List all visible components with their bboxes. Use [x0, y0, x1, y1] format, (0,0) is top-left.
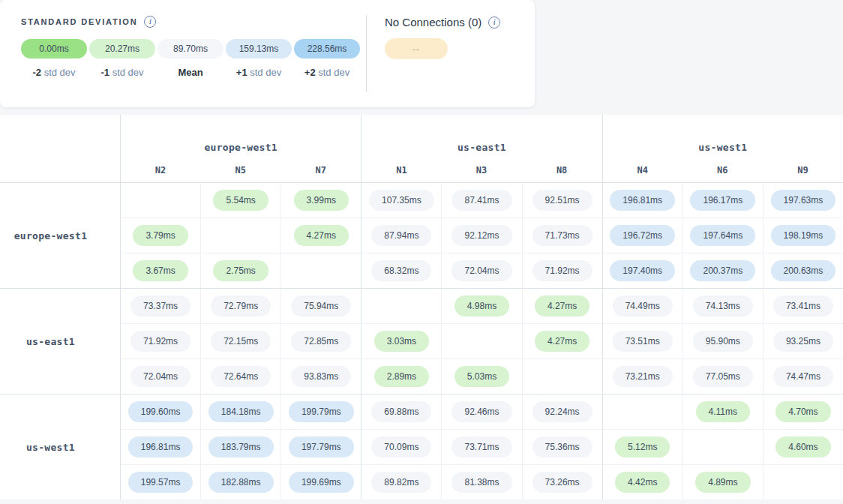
- latency-pill-N4-N7[interactable]: 199.79ms: [289, 401, 354, 422]
- cell-N2-N1: 107.35ms: [361, 182, 441, 218]
- cell-N6-N5: 183.79ms: [200, 429, 280, 464]
- latency-pill-N1-N4[interactable]: 74.49ms: [613, 296, 673, 316]
- latency-pill-N5-N6[interactable]: 197.64ms: [690, 225, 755, 246]
- latency-pill-N6-N3[interactable]: 73.71ms: [452, 436, 512, 458]
- cell-N7-N7: [280, 253, 361, 288]
- latency-pill-N8-N3[interactable]: 5.03ms: [454, 366, 509, 387]
- latency-pill-N3-N8[interactable]: 4.27ms: [535, 331, 590, 352]
- latency-pill-N7-N9[interactable]: 200.63ms: [771, 260, 836, 281]
- cell-N7-N1: 68.32ms: [361, 253, 441, 288]
- latency-pill-N8-N6[interactable]: 77.05ms: [693, 366, 753, 387]
- latency-pill-N5-N9[interactable]: 198.19ms: [771, 225, 836, 246]
- latency-pill-N1-N6[interactable]: 74.13ms: [693, 296, 753, 316]
- latency-pill-N9-N3[interactable]: 81.38ms: [452, 472, 512, 493]
- latency-pill-N1-N9[interactable]: 73.41ms: [773, 296, 833, 316]
- latency-pill-N5-N2[interactable]: 3.79ms: [133, 225, 188, 246]
- latency-pill-N2-N8[interactable]: 92.51ms: [532, 190, 592, 211]
- latency-pill-N4-N1[interactable]: 69.88ms: [371, 401, 431, 422]
- latency-pill-N4-N8[interactable]: 92.24ms: [532, 401, 592, 422]
- latency-pill-N4-N2[interactable]: 199.60ms: [128, 401, 194, 422]
- latency-pill-N8-N7[interactable]: 93.83ms: [291, 366, 351, 387]
- stddev-legend-title: STANDARD DEVIATION: [21, 17, 137, 26]
- latency-pill-N8-N9[interactable]: 74.47ms: [773, 366, 833, 387]
- cell-N5-N4: 196.72ms: [602, 218, 682, 253]
- latency-pill-N2-N6[interactable]: 196.17ms: [690, 190, 755, 211]
- latency-pill-N3-N4[interactable]: 73.51ms: [613, 331, 673, 352]
- latency-pill-N2-N1[interactable]: 107.35ms: [369, 190, 434, 211]
- latency-pill-N8-N5[interactable]: 72.64ms: [211, 366, 271, 387]
- latency-pill-N2-N3[interactable]: 87.41ms: [452, 190, 512, 211]
- col-node-header-N7: N7: [280, 158, 361, 182]
- latency-pill-N1-N2[interactable]: 73.37ms: [130, 296, 190, 316]
- row-region-header-us-east1: us-east1: [0, 288, 94, 394]
- latency-pill-N4-N3[interactable]: 92.46ms: [452, 401, 512, 422]
- cell-N1-N8: 4.27ms: [522, 288, 602, 323]
- latency-pill-N8-N4[interactable]: 73.21ms: [613, 366, 673, 387]
- latency-pill-N5-N7[interactable]: 4.27ms: [294, 225, 349, 246]
- latency-pill-N7-N8[interactable]: 71.92ms: [532, 260, 592, 281]
- stddev-scale-labels: -2 std dev-1 std devMean+1 std dev+2 std…: [21, 67, 360, 78]
- latency-pill-N2-N4[interactable]: 196.81ms: [610, 190, 675, 211]
- cell-N9-N8: 73.26ms: [522, 464, 602, 500]
- latency-pill-N4-N6[interactable]: 4.11ms: [696, 401, 750, 422]
- latency-pill-N6-N5[interactable]: 183.79ms: [208, 436, 274, 458]
- latency-pill-N9-N6[interactable]: 4.89ms: [695, 472, 750, 493]
- latency-pill-N7-N1[interactable]: 68.32ms: [371, 260, 431, 281]
- latency-pill-N9-N8[interactable]: 73.26ms: [532, 472, 592, 493]
- latency-pill-N5-N8[interactable]: 71.73ms: [532, 225, 592, 246]
- latency-pill-N5-N4[interactable]: 196.72ms: [610, 225, 675, 246]
- latency-pill-N7-N2[interactable]: 3.67ms: [133, 260, 188, 281]
- latency-pill-N7-N4[interactable]: 197.40ms: [610, 260, 675, 281]
- latency-pill-N1-N8[interactable]: 4.27ms: [535, 296, 590, 316]
- latency-pill-N9-N5[interactable]: 182.88ms: [208, 472, 274, 493]
- latency-pill-N7-N5[interactable]: 2.75ms: [213, 260, 268, 281]
- latency-pill-N6-N1[interactable]: 70.09ms: [371, 436, 431, 458]
- latency-pill-N2-N5[interactable]: 5.54ms: [213, 190, 268, 211]
- latency-pill-N6-N7[interactable]: 197.79ms: [289, 436, 354, 458]
- cell-N5-N5: [200, 218, 280, 253]
- cell-N1-N9: 73.41ms: [763, 288, 843, 323]
- cell-N1-N6: 74.13ms: [682, 288, 763, 323]
- cell-N8-N9: 74.47ms: [763, 358, 843, 394]
- latency-pill-N4-N5[interactable]: 184.18ms: [208, 401, 274, 422]
- latency-pill-N2-N7[interactable]: 3.99ms: [294, 190, 349, 211]
- cell-N2-N4: 196.81ms: [602, 182, 682, 218]
- latency-pill-N9-N4[interactable]: 4.42ms: [615, 472, 670, 493]
- latency-pill-N3-N5[interactable]: 72.15ms: [211, 331, 271, 352]
- latency-pill-N9-N2[interactable]: 199.57ms: [128, 472, 194, 493]
- latency-pill-N6-N9[interactable]: 4.60ms: [776, 436, 830, 458]
- no-connections-info-icon[interactable]: i: [488, 16, 500, 28]
- stddev-info-icon[interactable]: i: [144, 16, 156, 28]
- latency-pill-N3-N6[interactable]: 95.90ms: [693, 331, 753, 352]
- col-node-header-N1: N1: [361, 158, 441, 182]
- latency-pill-N7-N3[interactable]: 72.04ms: [452, 260, 512, 281]
- latency-pill-N3-N7[interactable]: 72.85ms: [291, 331, 351, 352]
- latency-pill-N4-N9[interactable]: 4.70ms: [776, 401, 830, 422]
- latency-pill-N7-N6[interactable]: 200.37ms: [690, 260, 755, 281]
- latency-pill-N1-N5[interactable]: 72.79ms: [211, 296, 271, 316]
- latency-pill-N5-N3[interactable]: 92.12ms: [452, 225, 512, 246]
- latency-pill-N6-N4[interactable]: 5.12ms: [615, 436, 670, 458]
- latency-pill-N9-N1[interactable]: 89.82ms: [371, 472, 431, 493]
- latency-pill-N9-N7[interactable]: 199.69ms: [289, 472, 354, 493]
- col-node-header-N8: N8: [522, 158, 602, 182]
- cell-N3-N3: [441, 323, 521, 358]
- latency-pill-N2-N9[interactable]: 197.63ms: [771, 190, 836, 211]
- row-node-header-N2: [94, 182, 120, 218]
- latency-pill-N3-N2[interactable]: 71.92ms: [130, 331, 190, 352]
- cell-N7-N2: 3.67ms: [120, 253, 200, 288]
- latency-pill-N8-N2[interactable]: 72.04ms: [130, 366, 190, 387]
- latency-pill-N6-N2[interactable]: 196.81ms: [128, 436, 194, 458]
- latency-pill-N1-N7[interactable]: 75.94ms: [291, 296, 351, 316]
- latency-pill-N3-N1[interactable]: 3.03ms: [374, 331, 429, 352]
- cell-N9-N6: 4.89ms: [682, 464, 763, 500]
- cell-N4-N3: 92.46ms: [441, 394, 521, 429]
- latency-pill-N3-N9[interactable]: 93.25ms: [773, 331, 833, 352]
- latency-pill-N5-N1[interactable]: 87.94ms: [371, 225, 431, 246]
- legend-pill-minus1: 20.27ms: [89, 39, 155, 58]
- latency-pill-N1-N3[interactable]: 4.98ms: [454, 296, 509, 316]
- cell-N3-N5: 72.15ms: [200, 323, 280, 358]
- latency-pill-N8-N1[interactable]: 2.89ms: [374, 366, 429, 387]
- cell-N9-N5: 182.88ms: [200, 464, 280, 500]
- latency-pill-N6-N8[interactable]: 75.36ms: [532, 436, 592, 458]
